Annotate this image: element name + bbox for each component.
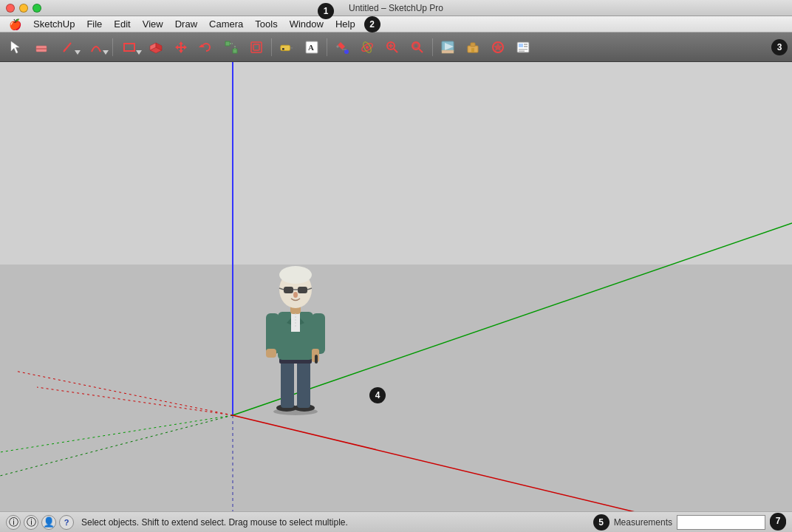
menu-camera[interactable]: Camera bbox=[203, 17, 249, 31]
svg-point-81 bbox=[293, 292, 298, 298]
components-tool[interactable] bbox=[461, 35, 485, 59]
svg-marker-4 bbox=[75, 50, 81, 55]
status-icon-help[interactable]: ? bbox=[59, 515, 74, 530]
menu-tools[interactable]: Tools bbox=[249, 17, 283, 31]
layout-tool[interactable] bbox=[511, 35, 535, 59]
orbit-tool[interactable] bbox=[355, 35, 379, 59]
menu-bar: 🍎 SketchUp File Edit View Draw Camera To… bbox=[0, 16, 792, 33]
styles-tool[interactable] bbox=[486, 35, 510, 59]
svg-rect-14 bbox=[233, 49, 237, 53]
scale-tool[interactable] bbox=[219, 35, 243, 59]
measurements-label: Measurements bbox=[614, 517, 672, 528]
svg-rect-72 bbox=[266, 349, 276, 358]
svg-text:A: A bbox=[308, 43, 314, 52]
menu-draw[interactable]: Draw bbox=[169, 17, 203, 31]
menu-file[interactable]: File bbox=[81, 17, 108, 31]
menu-window[interactable]: Window bbox=[284, 17, 330, 31]
separator-3 bbox=[327, 38, 327, 56]
status-icon-3[interactable]: 👤 bbox=[41, 515, 56, 530]
svg-rect-6 bbox=[124, 44, 134, 51]
svg-point-24 bbox=[344, 50, 349, 54]
window-title: Untitled – SketchUp Pro bbox=[349, 3, 443, 13]
zoom-extents-tool[interactable] bbox=[406, 35, 429, 59]
status-text: Select objects. Shift to extend select. … bbox=[81, 517, 584, 528]
window-controls bbox=[6, 4, 41, 13]
menu-help[interactable]: Help bbox=[330, 17, 361, 31]
svg-line-30 bbox=[394, 49, 397, 52]
menu-sketchup[interactable]: SketchUp bbox=[27, 17, 81, 31]
geo-location-tool[interactable] bbox=[436, 35, 460, 59]
svg-rect-18 bbox=[253, 44, 259, 50]
svg-line-34 bbox=[419, 49, 423, 52]
status-bar: ⓘ ⓘ 👤 ? Select objects. Shift to extend … bbox=[0, 511, 792, 532]
maximize-button[interactable] bbox=[33, 4, 41, 13]
badge-7: 7 bbox=[770, 513, 786, 529]
badge-4: 4 bbox=[369, 387, 386, 403]
svg-rect-46 bbox=[524, 44, 528, 45]
paint-bucket-tool[interactable] bbox=[330, 35, 354, 59]
tape-measure-tool[interactable]: ■ bbox=[275, 35, 298, 59]
svg-point-27 bbox=[366, 46, 369, 49]
zoom-tool[interactable] bbox=[380, 35, 404, 59]
status-icon-1[interactable]: ⓘ bbox=[6, 515, 21, 530]
rectangle-tool[interactable] bbox=[116, 35, 143, 59]
measurements-area: Measurements 6 bbox=[614, 514, 786, 531]
menu-edit[interactable]: Edit bbox=[108, 17, 136, 31]
svg-rect-76 bbox=[284, 287, 293, 293]
ground-area bbox=[0, 265, 792, 511]
svg-rect-71 bbox=[315, 355, 318, 364]
svg-rect-49 bbox=[519, 50, 525, 52]
svg-marker-5 bbox=[103, 50, 109, 55]
svg-marker-7 bbox=[136, 50, 142, 55]
measurements-input[interactable] bbox=[677, 515, 765, 530]
eraser-tool[interactable] bbox=[30, 35, 53, 59]
separator-1 bbox=[112, 38, 113, 56]
pushpull-tool[interactable] bbox=[144, 35, 168, 59]
svg-rect-68 bbox=[266, 313, 279, 354]
svg-rect-61 bbox=[281, 360, 294, 408]
svg-rect-13 bbox=[225, 41, 230, 46]
svg-rect-77 bbox=[298, 287, 307, 293]
menu-view[interactable]: View bbox=[137, 17, 169, 31]
svg-rect-62 bbox=[297, 360, 310, 408]
viewport[interactable]: 4 bbox=[0, 62, 792, 511]
pencil-tool[interactable] bbox=[55, 35, 81, 59]
badge-2: 2 bbox=[364, 16, 380, 33]
title-bar: Untitled – SketchUp Pro 1 bbox=[0, 0, 792, 16]
svg-rect-40 bbox=[471, 43, 475, 47]
badge-3: 3 bbox=[771, 39, 788, 55]
svg-marker-11 bbox=[175, 41, 187, 53]
svg-rect-69 bbox=[312, 313, 325, 354]
arc-tool[interactable] bbox=[83, 35, 109, 59]
text-tool[interactable]: A bbox=[300, 35, 324, 59]
svg-point-75 bbox=[279, 266, 312, 284]
offset-tool[interactable] bbox=[245, 35, 268, 59]
toolbar: ■ A bbox=[0, 33, 792, 62]
close-button[interactable] bbox=[6, 4, 15, 13]
separator-2 bbox=[271, 38, 272, 56]
rotate-tool[interactable] bbox=[194, 35, 218, 59]
sky-area bbox=[0, 62, 792, 265]
svg-marker-35 bbox=[414, 44, 418, 48]
separator-4 bbox=[432, 38, 433, 56]
svg-rect-41 bbox=[471, 48, 474, 52]
svg-rect-48 bbox=[519, 49, 528, 50]
apple-menu[interactable]: 🍎 bbox=[3, 18, 27, 30]
badge-1: 1 bbox=[318, 3, 334, 19]
svg-rect-45 bbox=[519, 44, 523, 47]
status-icon-2[interactable]: ⓘ bbox=[24, 515, 38, 530]
select-tool[interactable] bbox=[4, 35, 28, 59]
minimize-button[interactable] bbox=[19, 4, 28, 13]
svg-rect-47 bbox=[524, 46, 528, 47]
svg-text:■: ■ bbox=[282, 46, 284, 50]
svg-rect-17 bbox=[251, 42, 262, 52]
svg-rect-1 bbox=[36, 48, 47, 50]
human-figure bbox=[259, 253, 332, 415]
svg-rect-38 bbox=[442, 50, 454, 53]
badge-5: 5 bbox=[593, 514, 610, 531]
move-tool[interactable] bbox=[169, 35, 193, 59]
status-icons: ⓘ ⓘ 👤 ? bbox=[6, 515, 74, 530]
